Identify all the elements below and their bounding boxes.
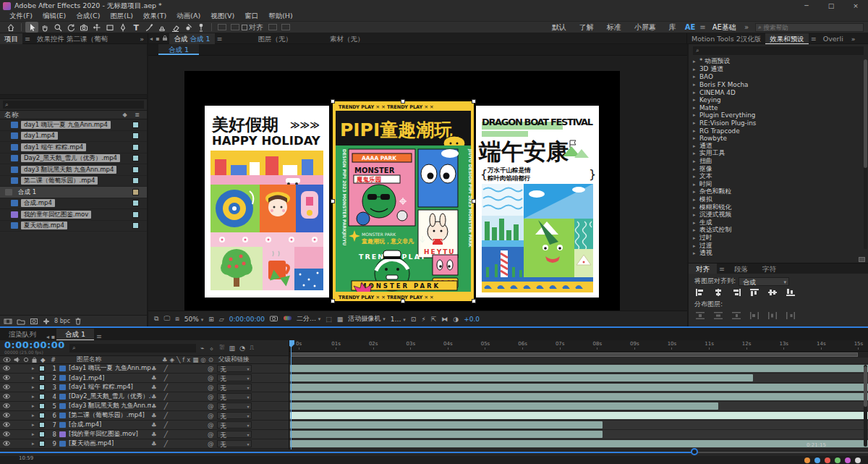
panel-menu-icon[interactable]: ≡	[215, 35, 225, 43]
interpret-footage-icon[interactable]	[4, 318, 12, 325]
flowchart-icon[interactable]: ⧓	[441, 316, 448, 323]
eye-icon[interactable]	[3, 412, 10, 419]
camera-dropdown[interactable]: 活动摄像机 ▾	[348, 314, 385, 324]
layer-duration-bar[interactable]	[290, 421, 603, 429]
disclosure-triangle-icon[interactable]: ▸	[693, 82, 699, 88]
disclosure-triangle-icon[interactable]: ▸	[693, 105, 699, 111]
puppet-pin-tool[interactable]	[195, 22, 208, 33]
label-color-swatch[interactable]	[132, 122, 139, 128]
layer-name[interactable]: [day1 嗨玩一夏 九鱼Ann.mp4]	[69, 364, 151, 373]
selection-handle-mid-right[interactable]	[472, 199, 476, 203]
help-search-input[interactable]	[763, 24, 861, 31]
parent-pickwhip-icon[interactable]: @	[208, 431, 214, 438]
effects-category-row[interactable]: ▸ 实用工具	[693, 150, 868, 158]
timeline-scrollbar[interactable]	[864, 365, 867, 447]
layer-name[interactable]: [第二课（葡萄乐园）.mp4]	[69, 411, 145, 420]
layer-label-swatch[interactable]	[39, 441, 45, 447]
menu-item[interactable]: 视图(V)	[205, 12, 239, 21]
close-button[interactable]: ×	[843, 0, 868, 12]
selection-handle-bottom-right[interactable]	[472, 299, 476, 303]
hide-shy-layers-icon[interactable]: ⛆	[219, 344, 224, 352]
selection-handle-bottom-left[interactable]	[331, 299, 335, 303]
layer-name-column-header[interactable]: 图层名称	[59, 355, 162, 364]
disclosure-triangle-icon[interactable]: ▸	[693, 250, 699, 256]
project-item-name[interactable]: day1 端午 粽粽.mp4	[21, 143, 86, 151]
project-item-name[interactable]: 夏天动画.mp4	[21, 222, 67, 229]
tab-effects-presets[interactable]: 效果和预设	[765, 33, 809, 44]
layer-switches[interactable]: ♣╱	[151, 384, 208, 391]
menu-item[interactable]: 编辑(E)	[38, 12, 71, 21]
timeline-layer-row[interactable]: ▸ 2 [day1.mp4] ♣╱ @ 无	[0, 374, 289, 383]
effects-category-row[interactable]: ▸ Boris FX Mocha	[693, 81, 868, 89]
parent-dropdown[interactable]: 无	[217, 402, 252, 410]
minimize-button[interactable]: ─	[794, 0, 819, 12]
menu-item[interactable]: 效果(T)	[138, 12, 171, 21]
effects-category-row[interactable]: ▸ 3D 通道	[693, 66, 868, 74]
effects-search-field[interactable]: ⌕	[693, 46, 864, 55]
seekbar-knob[interactable]	[691, 448, 698, 455]
distribute-v-center-icon[interactable]	[714, 312, 723, 319]
pan-behind-tool[interactable]	[90, 22, 103, 33]
workspace-tab[interactable]: 标准	[600, 22, 628, 33]
channel-icon[interactable]	[283, 315, 292, 323]
project-item-name[interactable]: Day2_黑天鹅_雪儿（优秀）.mp4	[21, 154, 120, 162]
grid-guides-icon[interactable]: ⊞	[208, 316, 214, 323]
align-left-icon[interactable]	[696, 289, 705, 296]
work-area-bar[interactable]	[289, 352, 868, 358]
selection-handle-mid-left[interactable]	[331, 199, 335, 203]
disclosure-triangle-icon[interactable]: ▸	[693, 212, 699, 218]
label-color-swatch[interactable]	[132, 211, 139, 218]
number-column-header[interactable]: #	[51, 356, 59, 363]
camera-tool[interactable]	[77, 22, 90, 33]
timeline-search-field[interactable]: ⌕	[69, 344, 196, 353]
label-color-swatch[interactable]	[132, 177, 139, 184]
label-column-icon[interactable]: ◆ ≣	[123, 111, 142, 118]
switches-column-header[interactable]: ♣◈╲fx▦◎⊙	[162, 356, 218, 363]
layer-track-row[interactable]	[289, 402, 868, 411]
project-item-name[interactable]: 合成.mp4	[21, 199, 55, 207]
project-item-row[interactable]: 第二课（葡萄乐园）.mp4	[0, 176, 147, 187]
disclosure-triangle-icon[interactable]: ▸	[693, 74, 699, 80]
recorder-logo-icon[interactable]	[804, 457, 810, 463]
layer-disclosure-icon[interactable]: ▸	[32, 413, 39, 418]
menu-item[interactable]: 窗口	[239, 12, 263, 21]
rotation-tool[interactable]	[64, 22, 77, 33]
project-item-name[interactable]: 我的童年回忆图鉴.mov	[21, 211, 91, 219]
effects-category-row[interactable]: ▸ 抠像	[693, 165, 868, 173]
time-ruler[interactable]: 0s01s02s03s04s05s06s07s08s09s10s11s12s13…	[289, 340, 868, 352]
disclosure-triangle-icon[interactable]: ▸	[693, 227, 699, 233]
timeline-layer-row[interactable]: ▸ 4 [Day2_黑天鹅_雪儿（优秀）.mp4] ♣╱ @ 无	[0, 392, 289, 402]
parent-dropdown[interactable]: 无	[217, 440, 252, 447]
type-tool[interactable]: T	[129, 22, 142, 33]
delete-icon[interactable]	[75, 317, 82, 325]
align-top-icon[interactable]	[750, 289, 759, 296]
layer-label-swatch[interactable]	[39, 384, 45, 390]
disclosure-triangle-icon[interactable]: ▸	[693, 151, 699, 156]
layer-track-row[interactable]	[289, 421, 868, 430]
effects-category-row[interactable]: ▸ Matte	[693, 104, 868, 112]
tab-character[interactable]: 字符	[755, 263, 783, 274]
new-folder-icon[interactable]	[17, 318, 25, 325]
workspace-tab-active[interactable]: AE基础	[708, 22, 741, 33]
align-right-icon[interactable]	[732, 289, 741, 296]
layer-disclosure-icon[interactable]: ▸	[32, 431, 39, 437]
tab-effect-controls[interactable]: 效果控件 第二课（葡萄	[33, 33, 112, 44]
parent-dropdown[interactable]: 无	[217, 384, 252, 391]
layer-disclosure-icon[interactable]: ▸	[32, 366, 39, 371]
eye-icon[interactable]	[3, 384, 10, 391]
panel-grip-icon[interactable]	[859, 257, 865, 262]
ae-workspace-badge[interactable]: AE	[683, 23, 698, 31]
workspace-tab[interactable]: 默认	[545, 22, 573, 33]
layer-switches[interactable]: ♣╱	[151, 374, 208, 381]
effects-category-row[interactable]: ▸ BAO	[693, 73, 868, 81]
layer-disclosure-icon[interactable]: ▸	[32, 394, 39, 400]
layer-name[interactable]: [day3 翻玩黑天鹅 九鱼Ann.mp4]	[69, 402, 151, 410]
right-tabs-overflow[interactable]: »	[848, 35, 859, 43]
project-item-row[interactable]: day1 嗨玩一夏 九鱼Ann.mp4	[0, 119, 147, 131]
effects-category-label[interactable]: CINEMA 4D	[699, 89, 736, 96]
effects-category-row[interactable]: ▸ 杂色和颗粒	[693, 188, 868, 196]
layer-duration-bar[interactable]	[290, 412, 868, 419]
eye-icon[interactable]	[3, 440, 10, 447]
recorder-mic-icon[interactable]	[835, 457, 841, 463]
disclosure-triangle-icon[interactable]: ▸	[693, 112, 699, 118]
